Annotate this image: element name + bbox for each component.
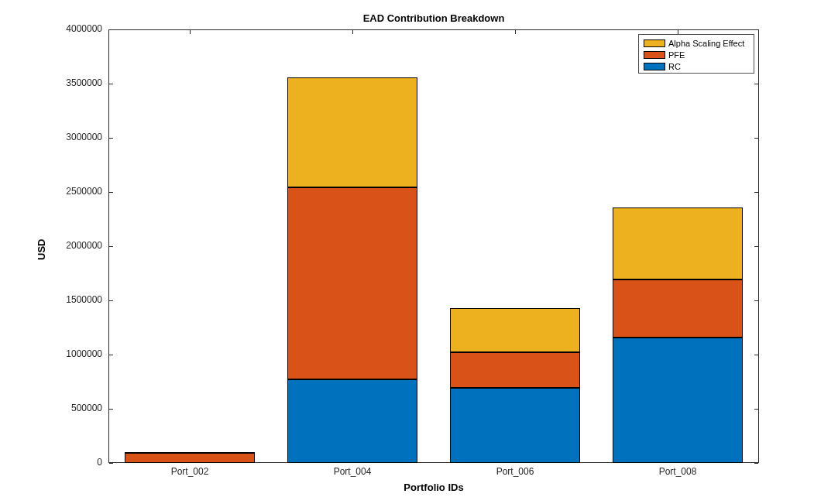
- bar-segment: [450, 352, 580, 388]
- y-tick: [754, 355, 758, 355]
- x-tick: [352, 30, 353, 34]
- bar-segment: [287, 77, 417, 188]
- legend-swatch: [644, 63, 665, 70]
- chart-title: EAD Contribution Breakdown: [108, 12, 759, 24]
- y-tick: [109, 409, 113, 410]
- y-tick: [754, 463, 758, 464]
- y-tick: [109, 29, 113, 30]
- y-tick: [109, 192, 113, 193]
- y-tick: [754, 29, 758, 30]
- x-tick: [515, 30, 516, 34]
- y-tick: [754, 138, 758, 139]
- x-tick: [190, 30, 191, 34]
- legend-item: Alpha Scaling Effect: [644, 37, 744, 49]
- x-axis-label: Portfolio IDs: [108, 482, 759, 493]
- y-tick: [109, 300, 113, 301]
- bar-segment: [613, 207, 743, 280]
- y-tick: [754, 300, 758, 301]
- x-tick-label: Port_008: [596, 466, 759, 477]
- y-tick-label: 0: [48, 457, 102, 468]
- figure: EAD Contribution Breakdown USD Portfolio…: [0, 0, 838, 504]
- y-tick: [109, 84, 113, 84]
- y-tick-label: 3500000: [48, 77, 102, 88]
- y-axis-label: USD: [36, 239, 47, 260]
- y-tick-label: 2000000: [48, 240, 102, 251]
- bar-segment: [613, 279, 743, 337]
- bar-segment: [125, 452, 255, 454]
- legend-swatch: [644, 51, 665, 59]
- y-tick-label: 3000000: [48, 132, 102, 142]
- legend-item: PFE: [644, 49, 685, 60]
- y-tick: [754, 192, 758, 193]
- bar-segment: [287, 187, 417, 379]
- legend-item: RC: [644, 60, 681, 72]
- y-tick: [754, 409, 758, 410]
- y-tick-label: 4000000: [48, 23, 102, 34]
- legend-label: PFE: [668, 50, 685, 60]
- y-tick-label: 500000: [48, 403, 102, 413]
- y-tick-label: 2500000: [48, 186, 102, 197]
- y-tick: [109, 138, 113, 139]
- legend-label: RC: [668, 62, 681, 71]
- legend: Alpha Scaling EffectPFERC: [638, 34, 754, 74]
- legend-swatch: [644, 39, 665, 47]
- y-tick: [754, 246, 758, 247]
- x-tick-label: Port_006: [434, 466, 596, 477]
- bar-segment: [125, 453, 255, 463]
- x-tick-label: Port_004: [271, 466, 434, 477]
- x-tick-label: Port_002: [108, 466, 271, 477]
- bar-segment: [613, 338, 743, 463]
- y-tick: [109, 355, 113, 355]
- y-tick: [109, 246, 113, 247]
- bar-segment: [287, 379, 417, 463]
- y-tick: [109, 463, 113, 464]
- legend-label: Alpha Scaling Effect: [668, 39, 744, 48]
- y-tick-label: 1500000: [48, 294, 102, 305]
- y-tick-label: 1000000: [48, 348, 102, 359]
- bar-segment: [450, 388, 580, 463]
- bar-segment: [450, 308, 580, 352]
- y-tick: [754, 84, 758, 84]
